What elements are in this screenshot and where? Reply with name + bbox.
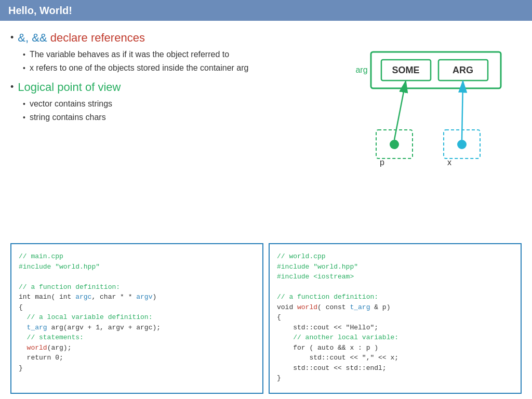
x-label: x [447,158,451,167]
svg-line-9 [394,81,406,140]
code-panel-right: // world.cpp #include "world.hpp" #inclu… [269,243,522,394]
title-text: Hello, World! [8,5,72,17]
bullet-2: • Logical point of view [10,81,309,94]
svg-line-10 [462,81,463,140]
code-line: #include "world.hpp" [19,262,255,272]
bullet-1: • &, && declare references [10,31,309,45]
code-panel-left: // main.cpp #include "world.hpp" // a fu… [10,243,263,394]
code-line: { [277,312,513,323]
bullet-dot-1: • [10,31,14,44]
code-line [277,282,513,292]
code-line: // a local variable definition: [19,312,255,323]
code-line: #include "world.hpp" [277,262,513,272]
sub-bullet-1-2: • x refers to one of the objects stored … [23,62,309,74]
code-line: void world( const t_arg & p) [277,302,513,313]
code-line: std::cout << "Hello"; [277,323,513,333]
amp-text: &, && [18,31,50,44]
code-line: int main( int argc, char * * argv) [19,292,255,302]
code-line: t_arg arg(argv + 1, argv + argc); [19,323,255,333]
title-bar: Hello, World! [0,0,532,21]
sub-dot-2-1: • [23,99,25,110]
code-line: { [19,302,255,313]
svg-point-6 [457,140,467,149]
p-label: p [380,158,384,167]
code-line: // statements: [19,332,255,343]
svg-rect-0 [371,52,501,88]
main-content: • &, && declare references • The variabl… [0,21,532,243]
code-line: for ( auto && x : p ) [277,343,513,353]
arg-label: arg [355,65,367,74]
sub-bullet-2-1: • vector contains strings [23,98,309,110]
bullet-dot-2: • [10,81,14,94]
code-line: std::cout << "," << x; [277,353,513,363]
sub-dot-1-1: • [23,50,25,60]
sub-text-2-2: string contains chars [30,112,106,123]
sub-text-1-1: The variable behaves as if it was the ob… [30,49,229,60]
sub-bullet-2-2: • string contains chars [23,112,309,123]
bullet-2-label: Logical point of view [18,81,121,94]
code-line: std::cout << std::endl; [277,363,513,374]
bottom-panels: // main.cpp #include "world.hpp" // a fu… [0,243,532,399]
diagram-area: SOME ARG arg p x [324,31,522,177]
code-line [19,272,255,282]
code-line: #include <iostream> [277,272,513,282]
sub-dot-1-2: • [23,63,25,74]
bullet-1-label: &, && declare references [18,31,145,45]
sub-dot-2-2: • [23,113,25,123]
code-line: // a function definition: [19,282,255,292]
code-line: // a function definition: [277,292,513,302]
svg-point-4 [390,140,399,149]
arg-box-label: ARG [453,65,473,75]
declare-text: declare references [50,31,145,44]
sub-text-1-2: x refers to one of the objects stored in… [30,62,249,74]
code-line: } [19,363,255,374]
code-line: } [277,373,513,383]
left-content: • &, && declare references • The variabl… [10,31,314,238]
code-line: // world.cpp [277,251,513,262]
code-line: // main.cpp [19,251,255,262]
code-line: world(arg); [19,343,255,353]
some-label: SOME [392,65,419,75]
sub-text-2-1: vector contains strings [30,98,112,110]
diagram-svg: SOME ARG arg p x [324,31,522,177]
sub-bullet-1-1: • The variable behaves as if it was the … [23,49,309,60]
code-line: // another local variable: [277,332,513,343]
code-line: return 0; [19,353,255,363]
